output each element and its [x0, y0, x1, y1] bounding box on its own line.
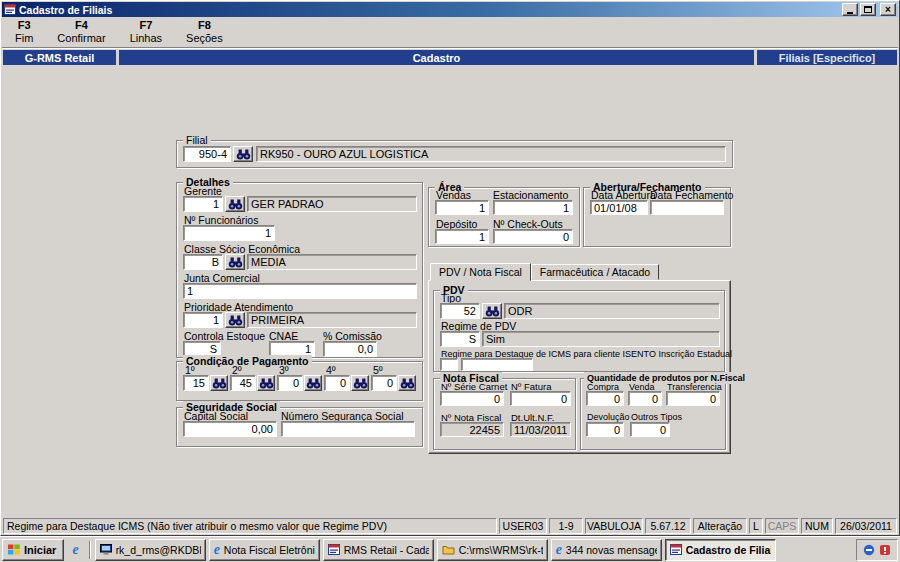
binoculars-icon: [306, 378, 321, 389]
venda-input[interactable]: [628, 391, 662, 406]
tray-alert-icon[interactable]: [879, 544, 891, 556]
numero-seguranca-input[interactable]: [281, 421, 415, 437]
ie-icon: e: [556, 543, 562, 557]
status-user: USER03: [499, 518, 547, 534]
maximize-button[interactable]: [860, 3, 876, 16]
capital-social-input[interactable]: [183, 421, 277, 437]
outros-tipos-input[interactable]: [630, 422, 670, 437]
funcionarios-input[interactable]: [183, 225, 275, 241]
ie-icon: e: [214, 543, 220, 557]
serie-carnet-input[interactable]: [440, 391, 504, 406]
task-button-rms-retail[interactable]: RMS Retail - Cadastro / ...: [323, 539, 434, 561]
rms-app-icon: [670, 544, 682, 555]
vendas-input[interactable]: [435, 200, 489, 215]
header-module-title: Cadastro: [119, 50, 754, 65]
binoculars-icon: [485, 306, 500, 317]
toolbar-button-confirmar[interactable]: F4 Confirmar: [50, 17, 112, 47]
comissao-input[interactable]: [323, 341, 377, 357]
estacionamento-input[interactable]: [493, 200, 573, 215]
task-button-mensagens[interactable]: e 344 novas mensagens - ...: [551, 539, 662, 561]
parcela-1-input[interactable]: [183, 375, 209, 391]
icms-inscricao-input[interactable]: [461, 358, 533, 371]
toolbar-button-secoes[interactable]: F8 Seções: [179, 17, 230, 47]
status-flag: L: [749, 518, 763, 534]
maximize-icon: [864, 6, 872, 13]
binoculars-icon: [212, 378, 227, 389]
binoculars-icon: [400, 378, 415, 389]
junta-comercial-input[interactable]: [183, 283, 417, 299]
transferencia-input[interactable]: [666, 391, 720, 406]
status-caps-indicator: CAPS: [765, 518, 799, 534]
icms-regime-input[interactable]: [440, 358, 458, 371]
regime-pdv-display: Sim: [482, 331, 720, 347]
abertura-fechamento-group: Abertura/Fechamento Data Abertura Data F…: [583, 187, 731, 247]
toolbar-button-linhas[interactable]: F7 Linhas: [123, 17, 169, 47]
task-label: C:\rms\WRMS\rk-tsd01\...: [459, 544, 543, 556]
task-button-explorer-folder[interactable]: C:\rms\WRMS\rk-tsd01\...: [437, 539, 548, 561]
regime-pdv-input[interactable]: [440, 331, 480, 347]
tab-pdv-nota-fiscal[interactable]: PDV / Nota Fiscal: [430, 263, 531, 281]
quick-launch: e: [67, 539, 83, 561]
parcela-5-input[interactable]: [371, 375, 397, 391]
detalhes-group: Detalhes Gerente GER PADRAO Nº Funcionár…: [176, 182, 423, 358]
status-date: 26/03/2011: [835, 518, 897, 534]
task-label: RMS Retail - Cadastro / ...: [344, 544, 429, 556]
parcela-2-lookup-button[interactable]: [257, 375, 275, 391]
toolbar-button-fim[interactable]: F3 Fim: [8, 17, 40, 47]
start-button[interactable]: Iniciar: [2, 539, 64, 561]
window-title: Cadastro de Filiais: [19, 4, 112, 16]
tray-antivirus-icon[interactable]: [863, 544, 875, 556]
status-bar: Regime para Destaque ICMS (Não tiver atr…: [2, 517, 898, 534]
minimize-button[interactable]: [842, 3, 858, 16]
app-window: Cadastro de Filiais × F3 Fim F4 Confirma…: [0, 0, 900, 536]
task-button-cadastro-filiais[interactable]: Cadastro de Filiais: [665, 539, 776, 561]
tipo-lookup-button[interactable]: [482, 303, 502, 319]
titlebar: Cadastro de Filiais ×: [2, 2, 898, 17]
compra-input[interactable]: [586, 391, 624, 406]
header-app-name: G-RMS Retail: [3, 50, 116, 65]
devolucao-input[interactable]: [586, 422, 624, 437]
ie-icon[interactable]: e: [72, 543, 78, 557]
task-label: rk_d_rms@RKDBH01: [116, 544, 201, 556]
gerente-code-input[interactable]: [183, 196, 223, 212]
prioridade-name-display: PRIMEIRA: [247, 312, 417, 328]
parcela-5-lookup-button[interactable]: [398, 375, 416, 391]
filial-code-input[interactable]: [183, 146, 231, 162]
fatura-input[interactable]: [510, 391, 571, 406]
prioridade-code-input[interactable]: [183, 312, 223, 328]
parcela-2-input[interactable]: [230, 375, 256, 391]
system-tray: [856, 539, 898, 561]
tab-page-pdv-nota-fiscal: PDV Tipo ODR Regime de PDV Sim Regime pa…: [428, 280, 731, 454]
checkouts-input[interactable]: [493, 229, 573, 244]
taskbar-divider: [89, 541, 90, 559]
classe-lookup-button[interactable]: [225, 254, 245, 270]
tipo-code-input[interactable]: [440, 303, 480, 319]
data-abertura-input[interactable]: [590, 200, 648, 215]
tab-farmaceutica-atacado[interactable]: Farmacêutica / Atacado: [531, 264, 659, 280]
deposito-input[interactable]: [435, 229, 489, 244]
parcela-4-input[interactable]: [324, 375, 350, 391]
status-store: VABULOJA: [585, 518, 643, 534]
prioridade-lookup-button[interactable]: [225, 312, 245, 328]
task-button-nota-fiscal-eletronica[interactable]: e Nota Fiscal Eletrônica / S...: [209, 539, 320, 561]
status-message: Regime para Destaque ICMS (Não tiver atr…: [3, 518, 497, 534]
parcela-1-lookup-button[interactable]: [210, 375, 228, 391]
filial-lookup-button[interactable]: [233, 146, 253, 162]
close-button[interactable]: ×: [880, 3, 896, 16]
nota-fiscal-group: Nota Fiscal Nº Série Carnet Nº Fatura Nº…: [433, 378, 576, 450]
task-button-terminal[interactable]: rk_d_rms@RKDBH01: [95, 539, 206, 561]
windows-logo-icon: [7, 544, 21, 555]
gerente-lookup-button[interactable]: [225, 196, 245, 212]
binoculars-icon: [228, 257, 243, 268]
data-fechamento-input[interactable]: [650, 200, 724, 215]
toolbar-text-label: Seções: [186, 32, 223, 45]
classe-code-input[interactable]: [183, 254, 223, 270]
header-screen-title: Filiais [Especifico]: [757, 50, 897, 65]
quantidade-produtos-group: Quantidade de produtos por N.Fiscal Comp…: [580, 378, 726, 450]
parcela-3-input[interactable]: [277, 375, 303, 391]
parcela-3-lookup-button[interactable]: [304, 375, 322, 391]
parcela-4-lookup-button[interactable]: [351, 375, 369, 391]
function-key-toolbar: F3 Fim F4 Confirmar F7 Linhas F8 Seções: [2, 17, 898, 48]
app-icon: [4, 4, 16, 15]
condicao-pagamento-legend: Condição de Pagamento: [183, 355, 312, 367]
